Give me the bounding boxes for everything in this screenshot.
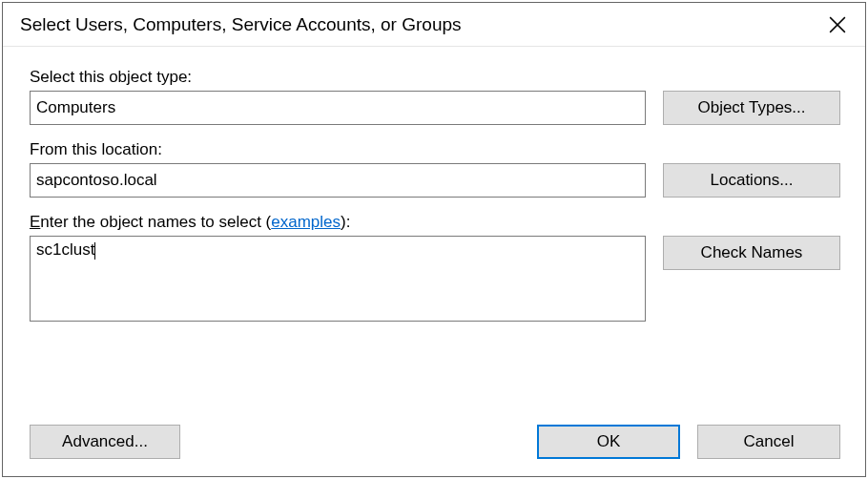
titlebar: Select Users, Computers, Service Account… xyxy=(3,3,865,47)
object-type-value: Computers xyxy=(30,91,646,125)
text-caret xyxy=(94,242,95,260)
mnemonic-underline: E xyxy=(30,213,40,231)
advanced-button[interactable]: Advanced... xyxy=(30,425,180,459)
location-label: From this location: xyxy=(30,140,840,159)
examples-link[interactable]: examples xyxy=(271,213,341,231)
object-type-label: Select this object type: xyxy=(30,68,840,87)
check-names-button[interactable]: Check Names xyxy=(663,236,840,270)
locations-button[interactable]: Locations... xyxy=(663,163,840,198)
dialog-body: Select this object type: Computers Objec… xyxy=(3,47,865,354)
dialog-buttons: Advanced... OK Cancel xyxy=(30,425,840,459)
object-types-button[interactable]: Object Types... xyxy=(663,91,840,125)
object-names-label: Enter the object names to select (exampl… xyxy=(30,213,840,232)
object-picker-dialog: Select Users, Computers, Service Account… xyxy=(2,2,866,477)
ok-button[interactable]: OK xyxy=(537,425,680,459)
ok-cancel-group: OK Cancel xyxy=(537,425,840,459)
object-type-section: Select this object type: Computers Objec… xyxy=(30,68,840,125)
location-value: sapcontoso.local xyxy=(30,163,646,198)
object-names-input[interactable]: sc1clust xyxy=(30,236,646,322)
location-section: From this location: sapcontoso.local Loc… xyxy=(30,140,840,198)
close-icon xyxy=(829,16,846,33)
close-button[interactable] xyxy=(812,6,863,44)
dialog-title: Select Users, Computers, Service Account… xyxy=(20,14,462,35)
cancel-button[interactable]: Cancel xyxy=(697,425,840,459)
object-names-section: Enter the object names to select (exampl… xyxy=(30,213,840,322)
